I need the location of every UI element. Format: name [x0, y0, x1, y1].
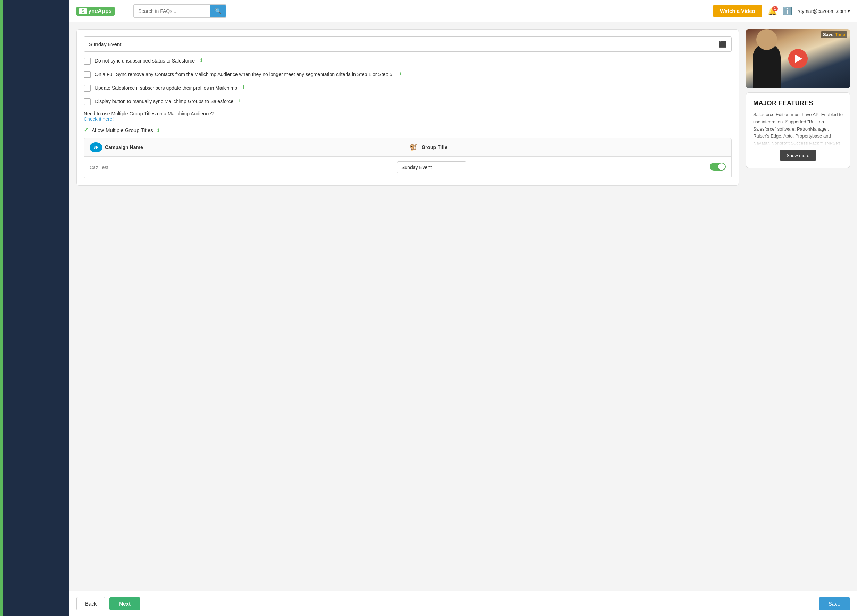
- checkbox-label-4: Display button to manually sync Mailchim…: [95, 98, 234, 105]
- notification-button[interactable]: 🔔 1: [768, 6, 777, 15]
- watch-video-button[interactable]: Watch a Video: [713, 5, 762, 17]
- mc-group-title-input[interactable]: [397, 161, 466, 173]
- top-field-row: Sunday Event ⬛: [84, 36, 732, 52]
- logo-s-icon: S: [79, 8, 87, 14]
- notification-badge: 1: [772, 6, 778, 11]
- video-thumbnail[interactable]: Save Time: [746, 29, 850, 88]
- row-toggle[interactable]: [710, 163, 726, 172]
- sidebar: [0, 0, 70, 616]
- content-area: Sunday Event ⬛ Do not sync unsubscribed …: [70, 22, 857, 591]
- play-triangle-icon: [795, 54, 802, 63]
- back-button[interactable]: Back: [76, 597, 105, 610]
- sf-column-header: SF Campaign Name: [90, 142, 408, 152]
- checkbox-label-2: On a Full Sync remove any Contacts from …: [95, 71, 394, 78]
- mc-col-label: Group Title: [422, 144, 447, 150]
- checkbox-item-3: Update Salesforce if subscribers update …: [84, 84, 732, 92]
- info-icon-allow[interactable]: ℹ: [157, 127, 159, 133]
- info-button[interactable]: ℹ️: [783, 6, 792, 15]
- mc-group-title-field: [397, 161, 704, 173]
- app-wrapper: S yncApps ≡ 🔍 Watch a Video 🔔 1 ℹ️ reyma…: [0, 0, 857, 616]
- mc-logo-icon: 🐒: [408, 142, 419, 152]
- bottom-nav: Back Next Save: [70, 591, 857, 616]
- user-email: reymar@cazoomi.com: [798, 8, 846, 14]
- checkbox-4[interactable]: [84, 98, 91, 105]
- logo-text: yncApps: [88, 8, 112, 14]
- info-icon-3[interactable]: ℹ: [243, 84, 244, 90]
- group-table: SF Campaign Name 🐒 Group Title: [84, 138, 732, 178]
- toggle-knob: [718, 163, 725, 170]
- group-table-header: SF Campaign Name 🐒 Group Title: [84, 138, 731, 156]
- checkbox-label-3: Update Salesforce if subscribers update …: [95, 84, 237, 92]
- save-button[interactable]: Save: [819, 597, 850, 610]
- user-menu-chevron: ▾: [848, 8, 850, 14]
- main-area: S yncApps ≡ 🔍 Watch a Video 🔔 1 ℹ️ reyma…: [70, 0, 857, 616]
- info-icon-4[interactable]: ℹ: [239, 98, 241, 104]
- allow-multiple-row: ✓ Allow Multiple Group Titles ℹ: [84, 126, 732, 134]
- checkbox-item-2: On a Full Sync remove any Contacts from …: [84, 71, 732, 78]
- checkbox-3[interactable]: [84, 85, 91, 92]
- logo-box: S yncApps: [76, 6, 114, 15]
- main-content: Sunday Event ⬛ Do not sync unsubscribed …: [76, 29, 739, 584]
- sidebar-dark: [3, 0, 70, 616]
- user-menu[interactable]: reymar@cazoomi.com ▾: [798, 8, 850, 14]
- header: S yncApps ≡ 🔍 Watch a Video 🔔 1 ℹ️ reyma…: [70, 0, 857, 22]
- info-icon-2[interactable]: ℹ: [399, 71, 401, 76]
- info-icon-1[interactable]: ℹ: [200, 57, 202, 63]
- logo-area: S yncApps ≡: [76, 6, 121, 15]
- checkbox-1[interactable]: [84, 58, 91, 65]
- sf-logo-icon: SF: [90, 142, 102, 152]
- checkbox-2[interactable]: [84, 71, 91, 78]
- checkbox-label-1: Do not sync unsubscribed status to Sales…: [95, 57, 195, 65]
- play-button[interactable]: [788, 49, 808, 68]
- allow-multiple-label: Allow Multiple Group Titles: [92, 127, 153, 133]
- toggle-switch[interactable]: [710, 163, 726, 171]
- header-right: Watch a Video 🔔 1 ℹ️ reymar@cazoomi.com …: [713, 5, 850, 17]
- next-button[interactable]: Next: [109, 597, 140, 610]
- sf-campaign-name: Caz Test: [90, 165, 397, 170]
- multiple-group-prompt: Need to use Multiple Group Titles on a M…: [84, 111, 213, 116]
- show-more-button[interactable]: Show more: [780, 150, 816, 161]
- sidebar-green-bar: [0, 0, 3, 616]
- search-button[interactable]: 🔍: [210, 5, 226, 17]
- features-title: MAJOR FEATURES: [753, 100, 843, 107]
- features-text-fade: Salesforce Edition must have API Enabled…: [753, 111, 843, 146]
- top-field-value: Sunday Event: [89, 41, 719, 47]
- checkbox-item-1: Do not sync unsubscribed status to Sales…: [84, 57, 732, 65]
- search-box: 🔍: [133, 4, 226, 18]
- right-panel: Save Time MAJOR FEATURES Salesforce Edit…: [746, 29, 850, 584]
- mc-column-header: 🐒 Group Title: [408, 142, 726, 152]
- search-input[interactable]: [134, 6, 210, 17]
- video-overlay-text: Save Time: [821, 32, 847, 37]
- multiple-group-link[interactable]: Check it here!: [84, 116, 114, 122]
- features-card: MAJOR FEATURES Salesforce Edition must h…: [746, 92, 850, 168]
- sidebar-inner: [0, 0, 70, 616]
- features-text: Salesforce Edition must have API Enabled…: [753, 111, 843, 146]
- settings-card: Sunday Event ⬛ Do not sync unsubscribed …: [76, 29, 739, 186]
- save-time-badge: Save Time: [821, 31, 847, 38]
- checkbox-item-4: Display button to manually sync Mailchim…: [84, 98, 732, 105]
- multiple-group-text: Need to use Multiple Group Titles on a M…: [84, 111, 732, 122]
- field-icon: ⬛: [719, 40, 726, 48]
- checkmark-icon: ✓: [84, 126, 89, 134]
- sf-col-label: Campaign Name: [105, 144, 143, 150]
- table-row: Caz Test: [84, 156, 731, 178]
- hamburger-icon[interactable]: ≡: [118, 7, 121, 15]
- checkbox-group: Do not sync unsubscribed status to Sales…: [84, 57, 732, 105]
